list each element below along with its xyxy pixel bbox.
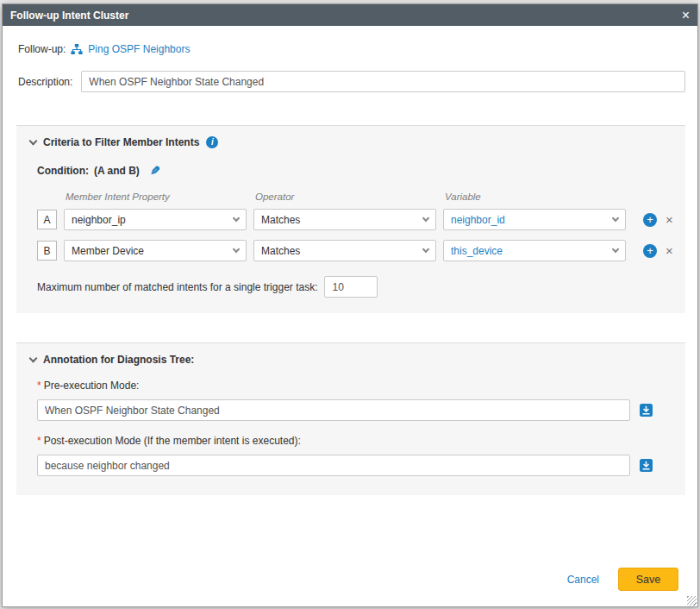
- max-intents-input[interactable]: [324, 276, 378, 298]
- follow-up-intent-link[interactable]: Ping OSPF Neighbors: [88, 43, 190, 55]
- collapse-chevron-icon: [29, 136, 38, 145]
- row-letter-badge: B: [37, 241, 57, 261]
- post-execution-input[interactable]: [37, 455, 630, 476]
- variable-select-a[interactable]: neighbor_id: [443, 209, 626, 230]
- insert-variable-icon[interactable]: [639, 458, 653, 473]
- cancel-button[interactable]: Cancel: [567, 574, 599, 586]
- operator-select-a[interactable]: Matches: [253, 209, 436, 230]
- dialog-footer: Cancel Save: [3, 568, 697, 606]
- chevron-down-icon: [233, 246, 240, 253]
- description-row: Description:: [18, 71, 685, 92]
- follow-up-label: Follow-up:: [18, 43, 66, 55]
- resize-handle[interactable]: [687, 596, 697, 606]
- required-marker: *: [37, 380, 41, 392]
- pre-execution-input[interactable]: [37, 399, 630, 421]
- post-execution-label: *Post-execution Mode (If the member inte…: [37, 435, 673, 447]
- description-input[interactable]: [81, 71, 685, 92]
- select-value: Matches: [261, 214, 300, 226]
- remove-condition-icon[interactable]: ×: [666, 213, 673, 226]
- column-header-operator: Operator: [255, 191, 445, 202]
- annotation-panel-header[interactable]: Annotation for Diagnosis Tree:: [30, 354, 673, 366]
- condition-expression: (A and B): [94, 165, 140, 177]
- dialog-header: Follow-up Intent Cluster ×: [3, 4, 697, 26]
- column-header-property: Member Intent Property: [66, 191, 255, 202]
- criteria-column-headers: Member Intent Property Operator Variable: [66, 191, 673, 202]
- info-icon[interactable]: i: [206, 136, 218, 148]
- post-execution-label-text: Post-execution Mode (If the member inten…: [44, 435, 301, 447]
- criteria-panel-title: Criteria to Filter Member Intents: [43, 136, 199, 148]
- close-icon[interactable]: ×: [682, 9, 690, 22]
- pre-execution-row: [37, 399, 673, 421]
- followup-intent-cluster-dialog: Follow-up Intent Cluster × Follow-up: Pi…: [2, 3, 698, 607]
- remove-condition-icon[interactable]: ×: [666, 244, 673, 257]
- max-intents-label: Maximum number of matched intents for a …: [37, 281, 317, 293]
- criteria-panel-header[interactable]: Criteria to Filter Member Intents i: [30, 136, 673, 148]
- condition-label: Condition:: [37, 165, 89, 177]
- dialog-title: Follow-up Intent Cluster: [10, 9, 128, 22]
- follow-up-row: Follow-up: Ping OSPF Neighbors: [18, 43, 685, 55]
- condition-row: Condition: (A and B) ✎: [37, 164, 673, 178]
- property-select-a[interactable]: neighbor_ip: [64, 209, 247, 230]
- select-value: Matches: [261, 245, 300, 257]
- criteria-panel: Criteria to Filter Member Intents i Cond…: [16, 125, 685, 313]
- column-header-variable: Variable: [445, 191, 634, 202]
- add-condition-icon[interactable]: +: [643, 213, 657, 227]
- select-value: neighbor_ip: [72, 214, 126, 226]
- chevron-down-icon: [612, 215, 619, 222]
- edit-condition-icon[interactable]: ✎: [150, 164, 160, 178]
- chevron-down-icon: [612, 246, 619, 253]
- variable-select-b[interactable]: this_device: [443, 240, 626, 261]
- chevron-down-icon: [422, 215, 429, 222]
- save-button[interactable]: Save: [618, 568, 678, 591]
- criteria-row-b: B Member Device Matches this_device + ×: [37, 240, 673, 261]
- chevron-down-icon: [422, 246, 429, 253]
- add-condition-icon[interactable]: +: [643, 244, 657, 258]
- collapse-chevron-icon: [29, 354, 38, 362]
- dialog-body: Follow-up: Ping OSPF Neighbors Descripti…: [3, 26, 697, 568]
- select-value: neighbor_id: [451, 214, 505, 226]
- annotation-panel: Annotation for Diagnosis Tree: *Pre-exec…: [16, 342, 685, 495]
- criteria-row-a: A neighbor_ip Matches neighbor_id + ×: [37, 209, 673, 230]
- pre-execution-label: *Pre-execution Mode:: [37, 380, 673, 392]
- post-execution-row: [37, 455, 673, 476]
- operator-select-b[interactable]: Matches: [253, 240, 436, 261]
- select-value: this_device: [451, 245, 503, 257]
- select-value: Member Device: [72, 245, 144, 257]
- property-select-b[interactable]: Member Device: [64, 240, 247, 261]
- insert-variable-icon[interactable]: [639, 403, 653, 418]
- required-marker: *: [37, 435, 41, 447]
- annotation-panel-title: Annotation for Diagnosis Tree:: [43, 354, 194, 366]
- chevron-down-icon: [233, 215, 240, 222]
- intent-cluster-icon: [71, 43, 83, 55]
- max-intents-row: Maximum number of matched intents for a …: [37, 276, 673, 298]
- row-letter-badge: A: [37, 210, 57, 229]
- description-label: Description:: [18, 76, 72, 88]
- pre-execution-label-text: Pre-execution Mode:: [44, 380, 140, 392]
